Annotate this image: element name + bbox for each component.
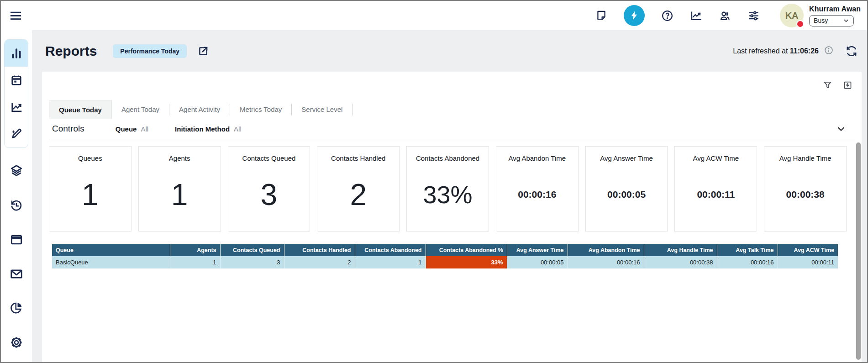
tab-separator <box>352 104 352 116</box>
card-value: 2 <box>350 177 367 212</box>
mail-icon <box>10 267 23 281</box>
info-icon[interactable] <box>824 46 833 57</box>
layers-icon <box>10 164 23 178</box>
external-link-icon[interactable] <box>197 45 209 57</box>
card-label: Queues <box>78 154 102 162</box>
sidebar-item-calendar[interactable] <box>5 67 28 94</box>
cell-avg-answer-time: 00:00:05 <box>507 256 568 268</box>
download-icon[interactable] <box>842 80 852 90</box>
card-label: Contacts Abandoned <box>416 154 479 162</box>
sidebar-item-mail[interactable] <box>7 265 26 283</box>
sidebar-item-design[interactable] <box>5 121 28 147</box>
window-icon <box>10 233 23 247</box>
cell-avg-acw-time: 00:00:11 <box>778 256 838 268</box>
col-agents: Agents <box>170 244 220 256</box>
initiation-method-filter[interactable]: Initiation Method All <box>175 125 242 133</box>
queue-filter[interactable]: Queue All <box>116 125 148 133</box>
sidebar-item-bar-chart[interactable] <box>5 40 28 67</box>
card-label: Contacts Handled <box>331 154 385 162</box>
line-chart-icon <box>10 101 23 114</box>
user-menu: KA Khurram Awan Busy <box>780 4 861 27</box>
busy-status-dot <box>796 20 804 28</box>
queue-metrics-table: Queue Agents Contacts Queued Contacts Ha… <box>52 244 838 268</box>
col-avg-handle-time: Avg Handle Time <box>644 244 717 256</box>
sidebar-item-line-chart[interactable] <box>5 94 28 121</box>
cell-avg-abandon-time: 00:00:16 <box>568 256 644 268</box>
metric-cards: Queues 1 Agents 1 Contacts Queued 3 Cont… <box>49 146 847 231</box>
card-value: 1 <box>171 177 188 212</box>
note-icon[interactable] <box>595 10 607 22</box>
card-value: 00:00:11 <box>697 189 735 200</box>
lightning-icon[interactable] <box>624 5 645 26</box>
status-select[interactable]: Busy <box>809 15 854 26</box>
cell-avg-talk-time: 00:00:16 <box>717 256 778 268</box>
refresh-icon[interactable] <box>845 45 858 58</box>
card-value: 3 <box>261 177 278 212</box>
last-refreshed-time: 11:06:26 <box>790 47 819 55</box>
metric-card-contacts-queued: Contacts Queued 3 <box>228 146 310 231</box>
sidebar <box>1 30 32 362</box>
initiation-method-filter-value: All <box>234 125 242 133</box>
cell-contacts-abandoned: 1 <box>355 256 426 268</box>
col-contacts-handled: Contacts Handled <box>284 244 355 256</box>
tab-agent-activity[interactable]: Agent Activity <box>169 100 230 119</box>
filter-icon[interactable] <box>822 80 832 90</box>
sidebar-item-history[interactable] <box>7 196 26 215</box>
card-value: 00:00:16 <box>518 189 556 200</box>
help-icon[interactable] <box>661 10 673 22</box>
metric-card-avg-abandon-time: Avg Abandon Time 00:00:16 <box>496 146 579 231</box>
cell-queue: BasicQueue <box>52 256 170 268</box>
last-refreshed-label: Last refreshed at <box>733 47 788 55</box>
sidebar-item-pie-chart[interactable] <box>7 299 26 317</box>
cell-contacts-handled: 2 <box>284 256 355 268</box>
history-icon <box>10 199 23 212</box>
card-label: Avg Abandon Time <box>508 154 566 162</box>
card-label: Agents <box>169 154 190 162</box>
sliders-icon[interactable] <box>747 10 760 22</box>
tab-service-level[interactable]: Service Level <box>292 100 352 119</box>
refresh-area: Last refreshed at 11:06:26 <box>733 45 858 58</box>
hamburger-menu-icon[interactable] <box>9 9 22 22</box>
card-label: Avg Handle Time <box>779 154 831 162</box>
sidebar-nav-group <box>4 39 28 148</box>
cell-contacts-abandoned-pct: 33% <box>426 256 507 268</box>
card-value: 1 <box>82 177 99 212</box>
bar-chart-icon <box>10 47 23 60</box>
queue-filter-value: All <box>141 125 148 133</box>
col-queue: Queue <box>52 244 170 256</box>
sidebar-item-settings[interactable] <box>7 333 26 352</box>
controls-collapse-chevron-down-icon[interactable] <box>836 123 847 134</box>
people-icon[interactable] <box>719 10 731 22</box>
user-info: Khurram Awan Busy <box>809 5 861 26</box>
metric-card-agents: Agents 1 <box>138 146 221 231</box>
topbar-actions: KA Khurram Awan Busy <box>595 1 861 30</box>
metric-card-contacts-handled: Contacts Handled 2 <box>317 146 400 231</box>
controls-label: Controls <box>52 124 84 134</box>
card-label: Contacts Queued <box>242 154 296 162</box>
status-select-value: Busy <box>814 17 828 24</box>
tab-metrics-today[interactable]: Metrics Today <box>230 100 291 119</box>
card-value: 00:00:38 <box>786 189 825 200</box>
controls-bar: Controls Queue All Initiation Method All <box>49 119 855 139</box>
tab-agent-today[interactable]: Agent Today <box>112 100 169 119</box>
panel-toolbar <box>822 80 852 90</box>
metric-card-contacts-abandoned: Contacts Abandoned 33% <box>406 146 489 231</box>
metric-card-queues: Queues 1 <box>49 146 132 231</box>
chevron-down-icon <box>843 17 849 24</box>
line-chart-icon[interactable] <box>690 10 702 22</box>
sidebar-item-layers[interactable] <box>7 162 26 180</box>
tab-queue-today[interactable]: Queue Today <box>49 100 112 119</box>
avatar-initials: KA <box>785 11 799 21</box>
col-contacts-abandoned-pct: Contacts Abandoned % <box>426 244 507 256</box>
topbar: KA Khurram Awan Busy <box>1 1 867 30</box>
sidebar-item-window[interactable] <box>7 231 26 249</box>
cell-contacts-queued: 3 <box>220 256 284 268</box>
vertical-scrollbar[interactable] <box>856 142 861 360</box>
report-panel: Queue Today Agent Today Agent Activity M… <box>42 72 862 362</box>
cell-agents: 1 <box>170 256 220 268</box>
tab-bar: Queue Today Agent Today Agent Activity M… <box>49 100 855 119</box>
metric-card-avg-answer-time: Avg Answer Time 00:00:05 <box>585 146 668 231</box>
pie-chart-icon <box>10 301 23 315</box>
col-avg-abandon-time: Avg Abandon Time <box>568 244 644 256</box>
avatar[interactable]: KA <box>780 4 804 27</box>
